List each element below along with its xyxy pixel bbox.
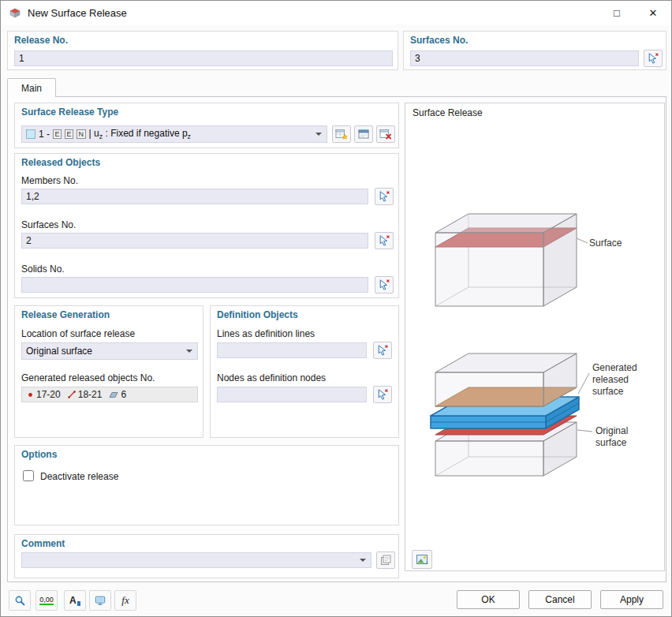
surface-release-panel: Surface Release [405, 103, 665, 571]
new-surface-release-dialog: New Surface Release □ ✕ Release No. Surf… [0, 0, 672, 617]
delete-type-button[interactable] [376, 125, 395, 143]
monitor-icon [95, 594, 106, 607]
type-code-3: N [77, 129, 86, 139]
release-no-title: Release No. [14, 35, 68, 46]
members-no-input[interactable] [21, 189, 368, 204]
surfaces-list-input[interactable] [21, 233, 368, 249]
location-select[interactable]: Original surface [21, 342, 198, 360]
surfaces-no-pick-button[interactable] [644, 50, 663, 67]
ok-button[interactable]: OK [457, 590, 520, 609]
tab-content: Surface Release Type 1 - E E N | uz : Fi… [7, 96, 666, 582]
pick-arrow-icon [378, 234, 390, 247]
type-index: 1 - [39, 129, 50, 140]
surfaces-pick-button[interactable] [375, 232, 394, 249]
maximize-icon: □ [614, 7, 620, 19]
definition-nodes-label: Nodes as definition nodes [217, 372, 326, 383]
release-no-input[interactable] [14, 50, 393, 66]
find-button[interactable] [9, 590, 31, 611]
delete-table-icon [379, 128, 392, 140]
generated-objects-field: 17-20 18-21 6 [21, 387, 198, 402]
definition-objects-title: Definition Objects [217, 309, 298, 320]
solids-pick-button[interactable] [375, 276, 394, 294]
pick-arrow-icon [376, 344, 389, 357]
pick-arrow-icon [376, 388, 389, 401]
display-properties-button[interactable]: A [64, 590, 86, 611]
surfaces-no-group: Surfaces No. [403, 31, 666, 70]
location-label: Location of surface release [21, 328, 135, 339]
comment-templates-button[interactable] [376, 552, 395, 569]
units-icon: 0,00 [39, 596, 54, 605]
font-icon: A [69, 595, 77, 606]
new-type-button[interactable] [332, 125, 351, 143]
tab-main-label: Main [21, 83, 42, 94]
pick-arrow-icon [647, 52, 659, 65]
cancel-button[interactable]: Cancel [528, 590, 592, 609]
surfaces-no-input[interactable] [410, 50, 639, 66]
members-no-label: Members No. [21, 175, 78, 186]
release-illustration [409, 122, 663, 548]
fx-icon: fx [121, 594, 129, 607]
comment-title: Comment [21, 538, 65, 549]
chevron-down-icon [186, 350, 192, 353]
members-pick-button[interactable] [375, 188, 394, 205]
tab-main[interactable]: Main [7, 78, 56, 97]
maximize-button[interactable]: □ [599, 1, 635, 24]
definition-lines-input[interactable] [217, 342, 367, 358]
sheets-icon [379, 554, 392, 567]
pick-arrow-icon [378, 190, 390, 203]
deactivate-release-checkbox[interactable] [23, 470, 34, 481]
comment-group: Comment [14, 534, 399, 578]
edit-dialog-icon [357, 128, 370, 140]
surface-release-type-group: Surface Release Type 1 - E E N | uz : Fi… [14, 103, 399, 148]
options-group: Options Deactivate release [14, 445, 399, 525]
release-generation-group: Release Generation Location of surface r… [14, 305, 203, 438]
released-objects-group: Released Objects Members No. Surfaces No… [14, 153, 399, 298]
function-button[interactable]: fx [114, 590, 136, 611]
location-value: Original surface [26, 346, 92, 357]
generated-lines-item: 18-21 [68, 389, 103, 400]
panel-title: Surface Release [413, 107, 483, 118]
units-settings-button[interactable]: 0,00 [35, 590, 58, 611]
surface-release-type-title: Surface Release Type [21, 107, 118, 118]
deactivate-release-label[interactable]: Deactivate release [40, 471, 118, 482]
generated-objects-label: Generated released objects No. [21, 372, 155, 383]
generated-surface-label: Generated released surface [592, 362, 660, 398]
definition-nodes-input[interactable] [217, 387, 367, 402]
chevron-down-icon [315, 133, 322, 136]
graphic-options-button[interactable] [412, 550, 432, 569]
apply-button[interactable]: Apply [600, 590, 663, 609]
solids-no-input[interactable] [21, 277, 368, 293]
close-icon: ✕ [649, 7, 658, 19]
definition-objects-group: Definition Objects Lines as definition l… [210, 305, 399, 438]
released-objects-title: Released Objects [21, 157, 100, 168]
line-icon [68, 391, 76, 398]
definition-nodes-pick-button[interactable] [373, 386, 392, 403]
pick-arrow-icon [378, 279, 390, 291]
release-no-group: Release No. [7, 31, 398, 70]
new-table-icon [335, 128, 348, 140]
magnifier-icon [14, 594, 25, 607]
app-icon [9, 6, 21, 19]
type-code-1: E [53, 129, 62, 139]
surface-icon [109, 391, 118, 398]
surfaces-list-label: Surfaces No. [21, 219, 76, 230]
screen-settings-button[interactable] [89, 590, 111, 611]
edit-type-button[interactable] [354, 125, 373, 143]
original-surface-label: Original surface [595, 425, 646, 449]
solids-no-label: Solids No. [21, 264, 65, 275]
definition-lines-label: Lines as definition lines [217, 328, 315, 339]
font-color-chip [77, 601, 80, 606]
title-bar[interactable]: New Surface Release [1, 1, 671, 24]
chevron-down-icon [360, 559, 366, 562]
generated-nodes-item: 17-20 [27, 389, 61, 400]
comment-combobox[interactable] [21, 552, 371, 568]
release-generation-title: Release Generation [21, 309, 110, 320]
type-description: | uz : Fixed if negative pz [89, 128, 192, 140]
close-button[interactable]: ✕ [635, 1, 671, 24]
generated-surfaces-item: 6 [109, 389, 126, 400]
picture-icon [416, 553, 428, 566]
type-color-swatch [26, 129, 35, 139]
release-type-select[interactable]: 1 - E E N | uz : Fixed if negative pz [21, 125, 327, 143]
definition-lines-pick-button[interactable] [373, 342, 392, 359]
surface-label: Surface [589, 237, 644, 249]
